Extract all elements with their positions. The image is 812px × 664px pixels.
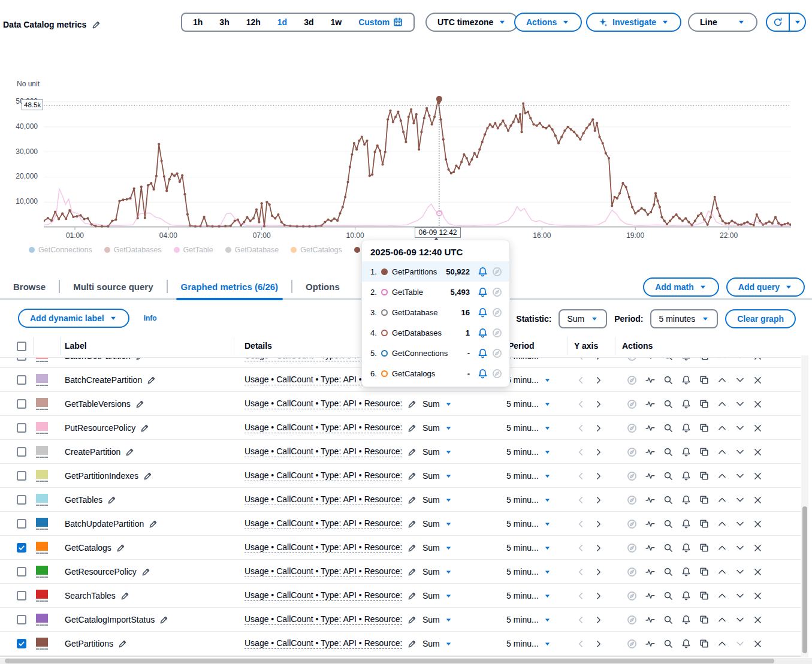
time-range-custom[interactable]: Custom (350, 17, 411, 27)
create-alarm-bell-icon[interactable] (475, 267, 490, 277)
move-up-icon[interactable] (717, 471, 727, 481)
move-down-icon[interactable] (735, 399, 745, 409)
metric-color-swatch[interactable] (36, 638, 48, 650)
edit-details-icon[interactable] (407, 448, 416, 457)
row-period-select[interactable]: 5 minu... (506, 632, 551, 656)
tab-browse[interactable]: Browse (0, 274, 59, 299)
row-checkbox[interactable] (17, 471, 26, 481)
edit-label-icon[interactable] (118, 639, 127, 648)
tab-graphed-metrics-6-26[interactable]: Graphed metrics (6/26) (168, 274, 292, 299)
refresh-button[interactable] (767, 14, 790, 31)
time-range-1d[interactable]: 1d (269, 17, 295, 27)
dynamic-label-pulse-icon[interactable] (645, 567, 655, 577)
metric-color-swatch[interactable] (36, 358, 48, 362)
zoom-icon[interactable] (663, 447, 673, 457)
dynamic-label-pulse-icon[interactable] (645, 375, 655, 385)
y-axis-left-icon[interactable] (576, 591, 585, 600)
create-alarm-bell-icon[interactable] (681, 375, 691, 385)
row-period-select[interactable]: 5 minu... (506, 536, 551, 560)
duplicate-icon[interactable] (699, 358, 709, 361)
edit-details-icon[interactable] (407, 615, 416, 624)
investigate-icon[interactable] (627, 495, 637, 505)
remove-metric-icon[interactable] (753, 376, 762, 385)
y-axis-left-icon[interactable] (576, 544, 585, 553)
row-checkbox[interactable] (17, 399, 26, 409)
remove-metric-icon[interactable] (753, 591, 762, 600)
investigate-icon[interactable] (490, 348, 504, 358)
metric-color-swatch[interactable] (36, 542, 48, 554)
dynamic-label-pulse-icon[interactable] (645, 358, 655, 361)
move-down-icon[interactable] (735, 567, 745, 577)
metric-color-swatch[interactable] (36, 518, 48, 530)
zoom-icon[interactable] (663, 519, 673, 529)
create-alarm-bell-icon[interactable] (475, 287, 490, 297)
edit-details-icon[interactable] (407, 591, 416, 600)
metrics-line-chart[interactable] (44, 95, 791, 233)
edit-label-icon[interactable] (141, 568, 150, 577)
remove-metric-icon[interactable] (753, 424, 762, 433)
actions-dropdown[interactable]: Actions (514, 13, 582, 32)
investigate-icon[interactable] (627, 543, 637, 553)
y-axis-right-icon[interactable] (594, 376, 603, 385)
row-checkbox[interactable] (17, 495, 26, 505)
refresh-options-button[interactable] (790, 14, 805, 31)
metric-color-swatch[interactable] (36, 374, 48, 386)
row-checkbox[interactable] (17, 423, 26, 433)
metric-details-link[interactable]: Usage • CallCount • Type: API • Resource… (244, 470, 402, 481)
edit-label-icon[interactable] (107, 496, 116, 505)
metric-details-link[interactable]: Usage • CallCount • Type: API • Resource… (244, 614, 402, 625)
time-range-3h[interactable]: 3h (211, 17, 237, 27)
y-axis-left-icon[interactable] (576, 639, 585, 648)
create-alarm-bell-icon[interactable] (681, 591, 691, 600)
select-all-checkbox[interactable] (17, 342, 26, 351)
edit-label-icon[interactable] (135, 400, 144, 409)
remove-metric-icon[interactable] (753, 448, 762, 457)
investigate-icon[interactable] (627, 447, 637, 457)
create-alarm-bell-icon[interactable] (475, 307, 490, 318)
metric-color-swatch[interactable] (36, 470, 48, 482)
zoom-icon[interactable] (663, 567, 673, 577)
row-statistic-select[interactable]: Sum (422, 608, 452, 632)
move-up-icon[interactable] (717, 591, 727, 600)
metric-details-link[interactable]: Usage • CallCount • Type: API • Resource… (244, 542, 402, 553)
investigate-icon[interactable] (627, 399, 637, 409)
investigate-icon[interactable] (627, 591, 637, 601)
zoom-icon[interactable] (663, 639, 673, 648)
investigate-icon[interactable] (490, 267, 504, 277)
row-checkbox[interactable] (17, 447, 26, 457)
edit-label-icon[interactable] (120, 591, 129, 600)
move-up-icon[interactable] (717, 519, 727, 529)
zoom-icon[interactable] (663, 471, 673, 481)
y-axis-right-icon[interactable] (594, 472, 603, 481)
move-up-icon[interactable] (717, 423, 727, 433)
y-axis-left-icon[interactable] (576, 496, 585, 505)
remove-metric-icon[interactable] (753, 544, 762, 553)
move-down-icon[interactable] (735, 495, 745, 505)
move-down-icon[interactable] (735, 471, 745, 481)
time-range-12h[interactable]: 12h (238, 17, 269, 27)
add-dynamic-label-dropdown[interactable]: Add dynamic label (18, 309, 129, 328)
metric-details-link[interactable]: Usage • CallCount • Type: API • Resource… (244, 422, 402, 433)
y-axis-left-icon[interactable] (576, 358, 585, 361)
row-period-select[interactable]: 5 minu... (506, 512, 551, 536)
metric-color-swatch[interactable] (36, 422, 48, 434)
edit-details-icon[interactable] (407, 520, 416, 529)
metric-details-link[interactable]: Usage • CallCount • Type: API • Resource… (244, 518, 402, 529)
row-statistic-select[interactable]: Sum (422, 440, 452, 464)
time-range-3d[interactable]: 3d (295, 17, 322, 27)
move-down-icon[interactable] (735, 447, 745, 457)
row-checkbox[interactable] (17, 543, 26, 553)
remove-metric-icon[interactable] (753, 358, 762, 361)
create-alarm-bell-icon[interactable] (681, 471, 691, 481)
move-up-icon[interactable] (717, 543, 727, 553)
row-period-select[interactable]: 5 minu... (506, 608, 551, 632)
remove-metric-icon[interactable] (753, 639, 762, 648)
legend-item-GetConnections[interactable]: GetConnections (29, 246, 92, 254)
dynamic-label-pulse-icon[interactable] (645, 543, 655, 553)
y-axis-right-icon[interactable] (594, 358, 603, 361)
time-range-1w[interactable]: 1w (322, 17, 351, 27)
investigate-icon[interactable] (627, 358, 637, 361)
remove-metric-icon[interactable] (753, 472, 762, 481)
row-period-select[interactable]: 5 minu... (506, 416, 551, 440)
dynamic-label-pulse-icon[interactable] (645, 399, 655, 409)
